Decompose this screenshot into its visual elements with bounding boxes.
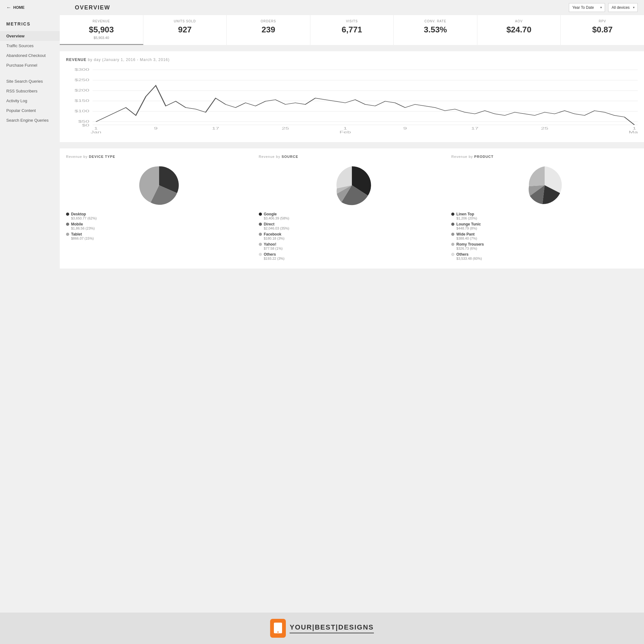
svg-text:$150: $150 — [75, 99, 89, 103]
svg-text:1: 1 — [343, 127, 347, 130]
pie-device-title: Revenue by DEVICE TYPE — [66, 155, 253, 158]
sidebar-section-title: METRICS — [0, 21, 60, 31]
legend-google: Google $3,406.39 (58%) — [259, 212, 445, 220]
date-filter[interactable]: Year To Date Month To Date Last 30 Days — [569, 3, 605, 12]
legend-yahoo-text: Yahoo! $77.58 (1%) — [264, 242, 283, 250]
svg-text:25: 25 — [282, 127, 289, 130]
sidebar: METRICS Overview Traffic Sources Abandon… — [0, 15, 60, 613]
metric-orders-value: 239 — [233, 25, 304, 35]
metric-orders[interactable]: ORDERS 239 — [227, 15, 310, 45]
home-label: HOME — [13, 5, 25, 10]
legend-yahoo: Yahoo! $77.58 (1%) — [259, 242, 445, 250]
metric-aov-value: $24.70 — [484, 25, 554, 35]
sidebar-item-purchase-funnel[interactable]: Purchase Funnel — [0, 60, 60, 70]
sidebar-item-abandoned-checkout[interactable]: Abandoned Checkout — [0, 51, 60, 60]
legend-facebook-dot — [259, 233, 262, 236]
legend-mobile-dot — [66, 223, 69, 226]
legend-lounge-text: Lounge Tunic $448.79 (8%) — [456, 222, 481, 230]
legend-desktop-text: Desktop $3,650.77 (62%) — [71, 212, 97, 220]
metric-visits-label: VISITS — [317, 19, 387, 23]
svg-text:1: 1 — [633, 127, 636, 130]
svg-text:$0: $0 — [82, 124, 89, 127]
legend-tablet-dot — [66, 233, 69, 236]
header-filters: Year To Date Month To Date Last 30 Days … — [569, 3, 638, 12]
footer: YOUR|BEST|DESIGNS — [0, 613, 644, 644]
footer-brand-text: YOUR|BEST|DESIGNS — [290, 623, 374, 633]
pie-device-wrapper — [66, 163, 253, 207]
metric-units-value: 927 — [150, 25, 220, 35]
svg-text:9: 9 — [154, 127, 158, 130]
device-filter[interactable]: All devices Desktop Mobile Tablet — [608, 3, 638, 12]
chart-title: REVENUE by day (January 1, 2016 - March … — [66, 58, 638, 62]
legend-romy-text: Romy Trousers $326.73 (6%) — [456, 242, 484, 250]
metric-revenue-sub: $5,903.40 — [66, 36, 137, 40]
legend-product-others-dot — [451, 253, 454, 256]
legend-mobile: Mobile $1,86.56 (23%) — [66, 222, 253, 230]
content-area: REVENUE $5,903 $5,903.40 UNITS SOLD 927 … — [60, 15, 644, 613]
svg-text:$250: $250 — [75, 78, 89, 82]
metric-visits[interactable]: VISITS 6,771 — [310, 15, 394, 45]
metric-units-label: UNITS SOLD — [150, 19, 220, 23]
chart-title-suffix: by day (January 1, 2016 - March 3, 2016) — [88, 58, 169, 62]
svg-text:17: 17 — [212, 127, 219, 130]
svg-text:9: 9 — [403, 127, 407, 130]
metric-rpv-value: $0.87 — [567, 25, 638, 35]
back-arrow-icon: ← — [6, 5, 11, 10]
metric-conv-value: 3.53% — [400, 25, 471, 35]
sidebar-item-popular[interactable]: Popular Content — [0, 106, 60, 115]
pie-chart-source: Revenue by SOURCE — [259, 155, 445, 262]
metric-revenue[interactable]: REVENUE $5,903 $5,903.40 — [60, 15, 143, 45]
metric-units-sold[interactable]: UNITS SOLD 927 — [143, 15, 227, 45]
pie-source-title: Revenue by SOURCE — [259, 155, 445, 158]
metric-revenue-value: $5,903 — [66, 25, 137, 35]
device-filter-wrapper: All devices Desktop Mobile Tablet — [608, 3, 638, 12]
sidebar-item-traffic-sources[interactable]: Traffic Sources — [0, 41, 60, 51]
sidebar-item-site-search[interactable]: Site Search Queries — [0, 76, 60, 86]
metric-aov[interactable]: AOV $24.70 — [477, 15, 561, 45]
svg-text:$100: $100 — [75, 109, 89, 113]
legend-source-others-text: Others $193.22 (3%) — [264, 252, 285, 260]
legend-google-dot — [259, 213, 262, 216]
metric-orders-label: ORDERS — [233, 19, 304, 23]
sidebar-item-rss[interactable]: RSS Subscribers — [0, 86, 60, 96]
pie-source-svg — [330, 163, 374, 207]
svg-text:25: 25 — [541, 127, 548, 130]
metric-conv-rate[interactable]: CONV. RATE 3.53% — [394, 15, 477, 45]
metric-rpv[interactable]: RPV $0.87 — [561, 15, 644, 45]
legend-wide-text: Wide Pant $388.40 (7%) — [456, 232, 477, 240]
legend-product-others: Others $3,533.48 (60%) — [451, 252, 638, 260]
legend-romy: Romy Trousers $326.73 (6%) — [451, 242, 638, 250]
pie-chart-device: Revenue by DEVICE TYPE — [66, 155, 253, 262]
svg-text:Mar: Mar — [629, 130, 638, 134]
svg-text:Feb: Feb — [340, 130, 351, 134]
legend-direct-text: Direct $2,046.03 (35%) — [264, 222, 289, 230]
pie-device-svg — [137, 163, 181, 207]
legend-linen-text: Linen Top $1,206 (20%) — [456, 212, 477, 220]
svg-text:Jan: Jan — [91, 130, 101, 134]
pie-product-svg — [523, 163, 567, 207]
legend-mobile-text: Mobile $1,86.56 (23%) — [71, 222, 95, 230]
date-filter-wrapper: Year To Date Month To Date Last 30 Days — [569, 3, 605, 12]
chart-title-bold: REVENUE — [66, 58, 86, 62]
footer-logo-icon — [270, 619, 286, 638]
metric-visits-value: 6,771 — [317, 25, 387, 35]
legend-lounge-tunic: Lounge Tunic $448.79 (8%) — [451, 222, 638, 230]
legend-tablet-text: Tablet $866.07 (15%) — [71, 232, 94, 240]
legend-linen-top: Linen Top $1,206 (20%) — [451, 212, 638, 220]
page-title: OVERVIEW — [75, 4, 110, 11]
legend-facebook-text: Facebook $180.18 (3%) — [264, 232, 285, 240]
header: ← HOME OVERVIEW Year To Date Month To Da… — [0, 0, 644, 15]
sidebar-item-activity[interactable]: Activity Log — [0, 96, 60, 106]
metrics-bar: REVENUE $5,903 $5,903.40 UNITS SOLD 927 … — [60, 15, 644, 45]
pie-product-wrapper — [451, 163, 638, 207]
sidebar-item-overview[interactable]: Overview — [0, 31, 60, 41]
legend-lounge-dot — [451, 223, 454, 226]
home-link[interactable]: ← HOME — [6, 5, 25, 10]
legend-desktop: Desktop $3,650.77 (62%) — [66, 212, 253, 220]
pie-chart-product: Revenue by PRODUCT — [451, 155, 638, 262]
sidebar-item-search-engine[interactable]: Search Engine Queries — [0, 115, 60, 125]
tablet-icon — [273, 622, 283, 635]
footer-brand-wrapper: YOUR|BEST|DESIGNS — [290, 623, 374, 633]
svg-text:1: 1 — [94, 127, 98, 130]
line-chart-container: $300 $250 $200 $150 $100 $50 $0 1 Jan 9 — [66, 67, 638, 136]
